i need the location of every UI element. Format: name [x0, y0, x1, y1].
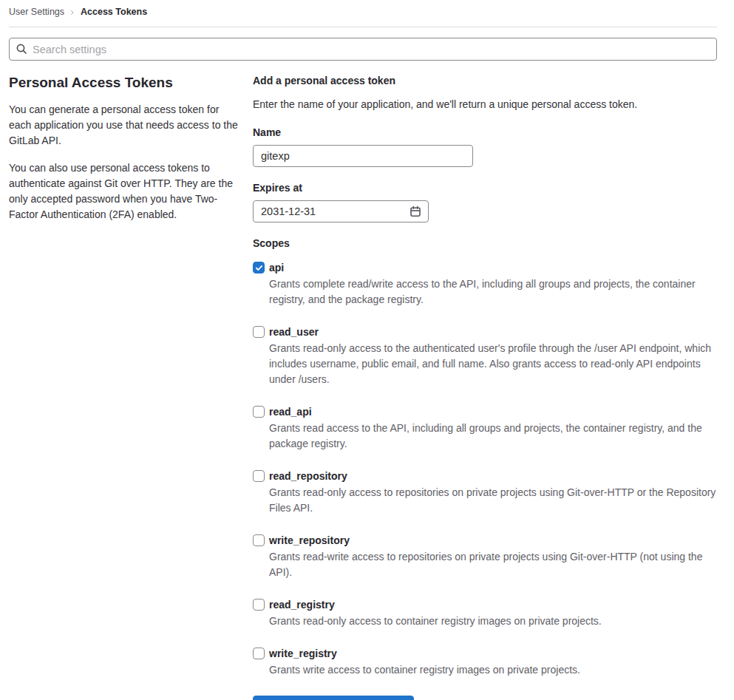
scope-checkbox-write-registry[interactable]	[253, 648, 265, 659]
scope-label-read-api[interactable]: read_api	[269, 405, 717, 418]
header-divider	[9, 27, 717, 27]
breadcrumb-user-settings[interactable]: User Settings	[9, 7, 64, 17]
scope-body: read_user Grants read-only access to the…	[269, 325, 717, 387]
scope-description-read-repository: Grants read-only access to repositories …	[269, 485, 717, 516]
scopes-list: api Grants complete read/write access to…	[253, 261, 717, 678]
scope-body: write_registry Grants write access to co…	[269, 647, 580, 678]
scope-body: api Grants complete read/write access to…	[269, 261, 717, 307]
scope-body: write_repository Grants read-write acces…	[269, 534, 717, 580]
scope-item-api: api Grants complete read/write access to…	[253, 261, 717, 307]
scope-item-write-registry: write_registry Grants write access to co…	[253, 647, 717, 678]
expires-at-input[interactable]	[253, 200, 429, 222]
search-bar	[9, 38, 717, 61]
scope-label-read-repository[interactable]: read_repository	[269, 469, 717, 483]
scope-description-read-registry: Grants read-only access to container reg…	[269, 614, 602, 629]
token-form: Add a personal access token Enter the na…	[253, 74, 717, 700]
scope-body: read_repository Grants read-only access …	[269, 469, 717, 516]
scope-checkbox-read-repository[interactable]	[253, 470, 265, 482]
scope-item-read-registry: read_registry Grants read-only access to…	[253, 598, 717, 629]
scope-description-write-registry: Grants write access to container registr…	[269, 662, 580, 678]
scope-description-api: Grants complete read/write access to the…	[269, 276, 717, 307]
scope-label-write-repository[interactable]: write_repository	[269, 534, 717, 547]
scopes-label: Scopes	[253, 237, 717, 250]
scope-checkbox-api[interactable]	[253, 262, 265, 273]
section-paragraph-2: You can also use personal access tokens …	[9, 160, 238, 222]
name-input[interactable]	[253, 145, 473, 167]
expires-at-field	[253, 200, 429, 222]
form-title: Add a personal access token	[253, 74, 717, 87]
scope-label-api[interactable]: api	[269, 261, 717, 274]
section-paragraph-1: You can generate a personal access token…	[9, 102, 238, 149]
scope-label-read-registry[interactable]: read_registry	[269, 598, 602, 611]
scope-description-read-user: Grants read-only access to the authentic…	[269, 341, 717, 387]
breadcrumb-access-tokens: Access Tokens	[81, 7, 147, 17]
search-input[interactable]	[9, 38, 717, 61]
scope-body: read_registry Grants read-only access to…	[269, 598, 602, 629]
breadcrumb: User Settings Access Tokens	[9, 6, 717, 18]
page-title: Personal Access Tokens	[9, 74, 238, 92]
scope-checkbox-read-registry[interactable]	[253, 599, 265, 611]
scope-label-read-user[interactable]: read_user	[269, 325, 717, 339]
chevron-right-icon	[69, 10, 75, 16]
scope-description-write-repository: Grants read-write access to repositories…	[269, 549, 717, 580]
section-description: Personal Access Tokens You can generate …	[9, 74, 238, 234]
scope-checkbox-read-api[interactable]	[253, 406, 265, 418]
scope-item-write-repository: write_repository Grants read-write acces…	[253, 534, 717, 580]
scope-checkbox-read-user[interactable]	[253, 326, 265, 338]
scope-item-read-user: read_user Grants read-only access to the…	[253, 325, 717, 387]
name-label: Name	[253, 126, 717, 139]
scope-item-read-repository: read_repository Grants read-only access …	[253, 469, 717, 516]
scope-body: read_api Grants read access to the API, …	[269, 405, 717, 452]
create-token-button[interactable]: Create personal access token	[253, 696, 414, 700]
check-icon	[255, 264, 263, 272]
scope-item-read-api: read_api Grants read access to the API, …	[253, 405, 717, 452]
content-columns: Personal Access Tokens You can generate …	[9, 74, 717, 700]
scope-checkbox-write-repository[interactable]	[253, 534, 265, 546]
scope-description-read-api: Grants read access to the API, including…	[269, 421, 717, 452]
scope-label-write-registry[interactable]: write_registry	[269, 647, 580, 660]
form-description: Enter the name of your application, and …	[253, 97, 717, 112]
calendar-icon[interactable]	[410, 205, 421, 220]
expires-at-label: Expires at	[253, 181, 717, 194]
settings-page: User Settings Access Tokens Personal Acc…	[0, 0, 734, 700]
